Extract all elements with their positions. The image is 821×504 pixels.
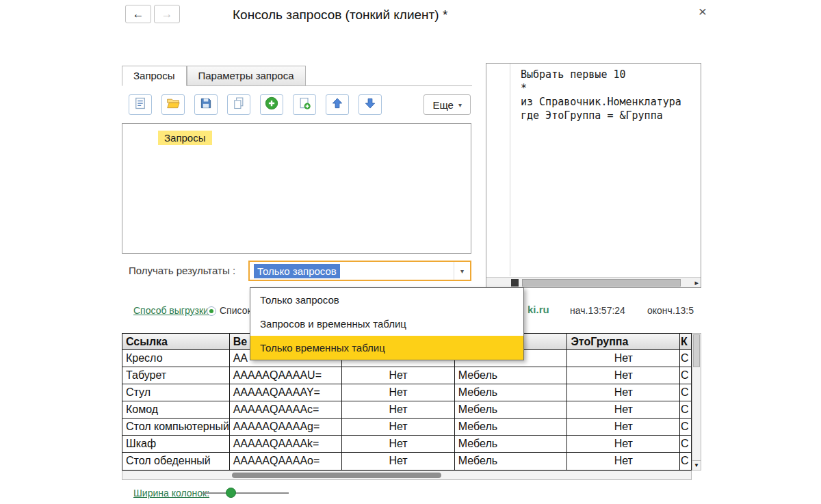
table-row[interactable]: Стол компьютерныйAAAAAQAAAAg=НетМебельНе… xyxy=(122,419,691,436)
table-cell: Комод xyxy=(122,401,230,419)
more-button-label: Еще xyxy=(432,99,454,111)
table-cell: Нет xyxy=(567,367,680,384)
slider-knob[interactable] xyxy=(226,488,236,498)
move-up-button[interactable] xyxy=(326,94,349,115)
editor-h-scrollbar[interactable]: ▸ xyxy=(486,277,701,287)
column-width-link[interactable]: Ширина колонок: xyxy=(133,488,209,499)
query-start-time: нач.13:57:24 xyxy=(570,305,625,316)
table-cell: С xyxy=(680,384,691,401)
tab-bar: Запросы Параметры запроса xyxy=(122,66,306,86)
table-h-scrollbar[interactable] xyxy=(122,470,692,480)
result-mode-label: Получать результаты : xyxy=(129,261,235,281)
table-cell: AAAAAQAAAAg= xyxy=(230,419,343,436)
table-cell: Нет xyxy=(567,384,680,401)
dropdown-option[interactable]: Только запросов xyxy=(250,288,523,312)
list-radio-label: Список xyxy=(220,305,252,316)
table-cell: С xyxy=(680,367,691,384)
table-cell: Нет xyxy=(567,401,680,419)
query-list-button[interactable] xyxy=(129,94,152,115)
tree-item-queries[interactable]: Запросы xyxy=(158,131,212,145)
table-cell: Мебель xyxy=(455,436,568,453)
forward-arrow-icon: → xyxy=(161,8,173,21)
table-cell: Стул xyxy=(122,384,230,401)
table-cell: С xyxy=(680,419,691,436)
tab-queries[interactable]: Запросы xyxy=(122,66,187,86)
export-method-link[interactable]: Способ выгрузки: xyxy=(133,305,211,316)
column-header[interactable]: Ссылка xyxy=(122,334,230,350)
table-cell: Нет xyxy=(342,436,455,453)
table-cell: Мебель xyxy=(455,419,568,436)
table-cell: Мебель xyxy=(455,367,568,384)
copy-button[interactable] xyxy=(227,94,250,115)
chevron-down-icon: ▾ xyxy=(458,101,462,109)
forward-button[interactable]: → xyxy=(154,5,180,23)
move-up-icon xyxy=(330,96,344,113)
table-cell: Нет xyxy=(567,419,680,436)
scrollbar-grip[interactable] xyxy=(511,279,519,287)
copy-icon xyxy=(232,96,246,113)
dropdown-option[interactable]: Запросов и временных таблиц xyxy=(250,312,523,336)
table-cell: Нет xyxy=(567,453,680,470)
open-folder-icon xyxy=(166,96,180,113)
table-cell: С xyxy=(680,436,691,453)
table-cell: Кресло xyxy=(122,350,230,367)
table-cell: Нет xyxy=(342,367,455,384)
table-cell: С xyxy=(680,453,691,470)
table-cell: Нет xyxy=(342,453,455,470)
h-scroll-thumb[interactable] xyxy=(232,473,441,478)
table-row[interactable]: ТабуретAAAAAQAAAAU=НетМебельНетС xyxy=(122,367,691,384)
add-circle-icon xyxy=(264,96,279,114)
column-header[interactable]: К xyxy=(680,334,691,350)
table-row[interactable]: Стол обеденныйAAAAAQAAAAo=НетМебельНетС xyxy=(122,453,691,470)
back-button[interactable]: ← xyxy=(125,5,151,23)
query-end-time: оконч.13:5 xyxy=(647,305,695,316)
back-arrow-icon: ← xyxy=(133,8,144,21)
table-row[interactable]: СтулAAAAAQAAAAY=НетМебельНетС xyxy=(122,384,691,401)
table-cell: Мебель xyxy=(455,453,568,470)
result-mode-combobox[interactable]: Только запросов ▾ xyxy=(248,261,471,281)
save-icon xyxy=(199,96,213,113)
save-button[interactable] xyxy=(194,94,218,115)
open-button[interactable] xyxy=(161,94,185,115)
tab-query-params[interactable]: Параметры запроса xyxy=(187,66,306,86)
table-v-scrollbar[interactable]: ▼ xyxy=(692,333,701,470)
table-cell: С xyxy=(680,350,691,367)
table-row[interactable]: ШкафAAAAAQAAAAk=НетМебельНетС xyxy=(122,436,691,453)
table-cell: С xyxy=(680,401,691,419)
column-header[interactable]: ЭтоГруппа xyxy=(567,334,680,350)
list-radio-button[interactable] xyxy=(207,306,216,316)
combobox-dropdown-icon[interactable]: ▾ xyxy=(454,262,470,280)
editor-gutter-divider xyxy=(510,64,510,276)
table-cell: Мебель xyxy=(455,384,568,401)
query-tree[interactable]: Запросы xyxy=(122,123,471,254)
query-text[interactable]: Выбрать первые 10 * из Справочник.Номенк… xyxy=(521,68,681,122)
table-cell: Стол компьютерный xyxy=(122,419,230,436)
table-cell: AAAAAQAAAAc= xyxy=(230,401,343,419)
add-button[interactable] xyxy=(260,94,283,115)
editor-scroll-thumb[interactable] xyxy=(522,279,681,287)
table-cell: Нет xyxy=(342,419,455,436)
table-row[interactable]: КомодAAAAAQAAAAc=НетМебельНетС xyxy=(122,401,691,419)
table-cell: Шкаф xyxy=(122,436,230,453)
add-document-icon xyxy=(298,96,311,113)
combobox-selected-value: Только запросов xyxy=(254,264,340,278)
column-width-slider[interactable] xyxy=(203,492,289,494)
table-cell: AAAAAQAAAAo= xyxy=(230,453,343,470)
table-cell: Мебель xyxy=(455,401,568,419)
move-down-button[interactable] xyxy=(359,94,382,115)
scroll-down-icon[interactable]: ▼ xyxy=(692,460,701,470)
nav-buttons: ← → xyxy=(125,5,180,23)
more-button[interactable]: Еще ▾ xyxy=(423,94,471,115)
table-cell: Стол обеденный xyxy=(122,453,230,470)
table-cell: AAAAAQAAAAY= xyxy=(230,384,343,401)
query-editor-panel[interactable]: Выбрать первые 10 * из Справочник.Номенк… xyxy=(486,63,701,288)
scroll-right-icon[interactable]: ▸ xyxy=(694,278,699,288)
add-query-button[interactable] xyxy=(293,94,316,115)
table-cell: Нет xyxy=(567,436,680,453)
close-icon[interactable]: × xyxy=(695,3,710,20)
table-body: КреслоAAНетСТабуретAAAAAQAAAAU=НетМебель… xyxy=(122,350,691,470)
v-scroll-thumb[interactable] xyxy=(693,334,700,367)
table-cell: AAAAAQAAAAk= xyxy=(230,436,343,453)
page-title: Консоль запросов (тонкий клиент) * xyxy=(233,5,447,25)
dropdown-option[interactable]: Только временных таблиц xyxy=(250,336,523,360)
